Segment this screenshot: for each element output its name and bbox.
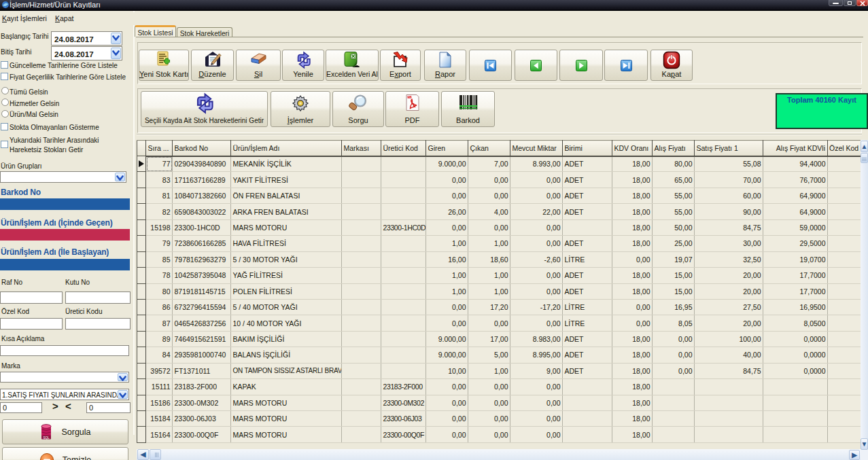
svg-text:SQL: SQL [44,436,50,439]
svg-text:PDF: PDF [408,96,413,99]
